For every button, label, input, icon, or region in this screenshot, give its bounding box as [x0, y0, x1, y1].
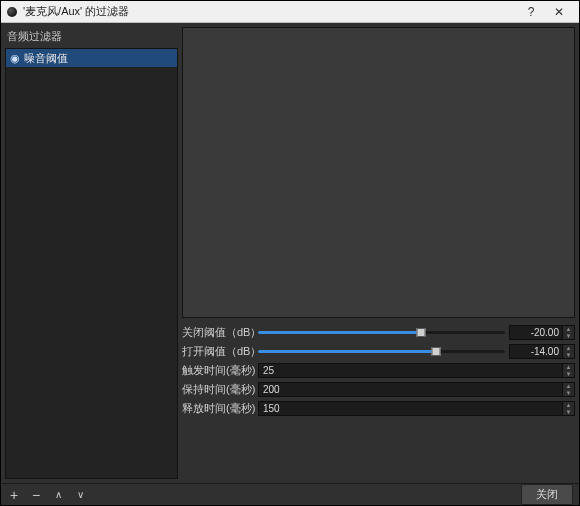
close-threshold-label: 关闭阈值（dB） [182, 325, 258, 340]
close-threshold-spinner[interactable]: ▲▼ [563, 325, 575, 340]
open-threshold-spinner[interactable]: ▲▼ [563, 344, 575, 359]
preview-area [182, 27, 575, 318]
close-threshold-slider[interactable] [258, 326, 505, 340]
left-panel: 音频过滤器 ◉ 噪音阈值 [5, 27, 178, 479]
close-threshold-value[interactable]: -20.00 [509, 325, 563, 340]
filter-list[interactable]: ◉ 噪音阈值 [5, 48, 178, 479]
close-button[interactable]: 关闭 [521, 484, 573, 505]
hold-value[interactable]: 200 [258, 382, 563, 397]
open-threshold-slider[interactable] [258, 345, 505, 359]
close-threshold-row: 关闭阈值（dB） -20.00 ▲▼ [182, 324, 575, 341]
open-threshold-value[interactable]: -14.00 [509, 344, 563, 359]
chevron-down-icon[interactable]: ▼ [563, 390, 574, 397]
release-value[interactable]: 150 [258, 401, 563, 416]
move-down-button[interactable]: ∨ [73, 489, 87, 500]
filter-item-label: 噪音阈值 [24, 51, 68, 66]
hold-label: 保持时间(毫秒) [182, 382, 258, 397]
params-area: 关闭阈值（dB） -20.00 ▲▼ 打开阈值（dB） [182, 324, 575, 479]
open-threshold-label: 打开阈值（dB） [182, 344, 258, 359]
open-threshold-row: 打开阈值（dB） -14.00 ▲▼ [182, 343, 575, 360]
remove-filter-button[interactable]: − [29, 487, 43, 503]
help-button[interactable]: ? [517, 5, 545, 19]
attack-spinner[interactable]: ▲▼ [563, 363, 575, 378]
release-row: 释放时间(毫秒) 150 ▲▼ [182, 400, 575, 417]
chevron-down-icon[interactable]: ▼ [563, 409, 574, 416]
move-up-button[interactable]: ∧ [51, 489, 65, 500]
attack-row: 触发时间(毫秒) 25 ▲▼ [182, 362, 575, 379]
filters-dialog: '麦克风/Aux' 的过滤器 ? ✕ 音频过滤器 ◉ 噪音阈值 关闭阈值（dB） [0, 0, 580, 506]
right-panel: 关闭阈值（dB） -20.00 ▲▼ 打开阈值（dB） [182, 27, 575, 479]
release-spinner[interactable]: ▲▼ [563, 401, 575, 416]
filters-header: 音频过滤器 [5, 27, 178, 48]
chevron-down-icon[interactable]: ▼ [563, 333, 574, 340]
chevron-down-icon[interactable]: ▼ [563, 352, 574, 359]
filter-item[interactable]: ◉ 噪音阈值 [6, 49, 177, 67]
add-filter-button[interactable]: + [7, 487, 21, 503]
attack-label: 触发时间(毫秒) [182, 363, 258, 378]
app-icon [7, 7, 17, 17]
window-title: '麦克风/Aux' 的过滤器 [23, 4, 129, 19]
visibility-icon[interactable]: ◉ [10, 52, 20, 65]
hold-spinner[interactable]: ▲▼ [563, 382, 575, 397]
titlebar: '麦克风/Aux' 的过滤器 ? ✕ [1, 1, 579, 23]
bottom-toolbar: + − ∧ ∨ 关闭 [1, 483, 579, 505]
chevron-down-icon[interactable]: ▼ [563, 371, 574, 378]
close-window-button[interactable]: ✕ [545, 5, 573, 19]
attack-value[interactable]: 25 [258, 363, 563, 378]
hold-row: 保持时间(毫秒) 200 ▲▼ [182, 381, 575, 398]
release-label: 释放时间(毫秒) [182, 401, 258, 416]
